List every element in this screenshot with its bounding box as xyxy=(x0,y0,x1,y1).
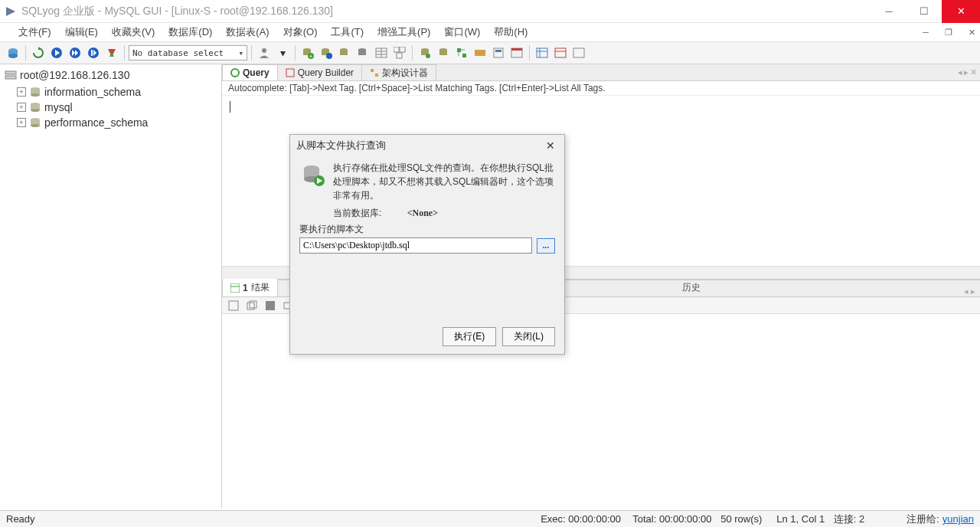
svg-rect-39 xyxy=(462,54,466,57)
browse-button[interactable]: ... xyxy=(537,238,555,254)
database-icon xyxy=(29,102,41,113)
execute-icon[interactable] xyxy=(48,44,65,61)
menu-database[interactable]: 数据库(D) xyxy=(165,24,215,41)
scroll-left-icon[interactable]: ◂ xyxy=(225,270,230,278)
svg-rect-70 xyxy=(229,301,238,310)
ltab-prev-icon[interactable]: ◂ xyxy=(964,286,969,296)
registered-user-link[interactable]: yunjian xyxy=(942,513,974,525)
table-icon[interactable] xyxy=(373,44,390,61)
db-item[interactable]: mysql xyxy=(44,101,73,113)
db-item[interactable]: performance_schema xyxy=(44,116,148,129)
expand-icon[interactable]: + xyxy=(17,87,26,97)
status-exec-time: Exec: 00:00:00:00 xyxy=(541,513,621,525)
db-item[interactable]: information_schema xyxy=(44,86,141,98)
tab-close-icon[interactable]: ✕ xyxy=(970,67,977,77)
menu-favorites[interactable]: 收藏夹(V) xyxy=(109,24,158,41)
svg-rect-66 xyxy=(371,69,374,72)
data-sync-icon[interactable] xyxy=(472,44,488,61)
svg-rect-54 xyxy=(5,76,16,79)
status-total-time: Total: 00:00:00:00 xyxy=(632,513,711,525)
backup-icon[interactable] xyxy=(490,44,507,61)
svg-point-14 xyxy=(262,48,266,53)
connection-root[interactable]: root@192.168.126.130 xyxy=(20,69,129,81)
svg-point-64 xyxy=(231,69,239,77)
result-copy-icon[interactable] xyxy=(245,299,259,313)
svg-rect-37 xyxy=(439,50,447,55)
ltab-next-icon[interactable]: ▸ xyxy=(971,286,975,296)
svg-rect-52 xyxy=(573,48,584,57)
svg-point-60 xyxy=(31,109,40,112)
multi-table-icon[interactable] xyxy=(391,44,408,61)
dialog-title: 从脚本文件执行查询 xyxy=(296,139,386,152)
object-browser[interactable]: root@192.168.126.130 + information_schem… xyxy=(0,64,222,509)
mdi-close-button[interactable]: ✕ xyxy=(965,25,978,39)
expand-icon[interactable]: + xyxy=(17,103,26,112)
refresh-icon[interactable] xyxy=(30,44,47,61)
svg-rect-38 xyxy=(457,48,461,52)
menu-advanced[interactable]: 增强工具(P) xyxy=(374,24,433,41)
grid3-icon[interactable] xyxy=(570,44,587,61)
execute-button[interactable]: 执行(E) xyxy=(443,327,496,346)
menu-window[interactable]: 窗口(W) xyxy=(441,24,483,41)
tab-result-1[interactable]: 1 结果 xyxy=(222,278,278,296)
svg-rect-43 xyxy=(494,48,503,57)
dialog-close-icon[interactable]: ✕ xyxy=(543,139,558,152)
mdi-minimize-button[interactable]: ─ xyxy=(919,25,933,39)
tab-history[interactable]: 历史 xyxy=(676,279,707,296)
close-button[interactable]: ✕ xyxy=(942,0,980,23)
db-compare-icon[interactable] xyxy=(435,44,452,61)
close-dialog-button[interactable]: 关闭(L) xyxy=(502,327,555,346)
user-edit-icon[interactable]: ▾ xyxy=(274,44,291,61)
grid2-icon[interactable] xyxy=(552,44,569,61)
execute-script-dialog: 从脚本文件执行查询 ✕ 执行存储在批处理SQL文件的查询。在你想执行SQL批处理… xyxy=(289,134,565,355)
mdi-restore-button[interactable]: ❐ xyxy=(942,25,956,39)
execute-all-icon[interactable] xyxy=(67,44,83,61)
tab-query[interactable]: Query xyxy=(222,64,278,80)
server-icon xyxy=(5,70,17,80)
svg-rect-71 xyxy=(247,303,254,309)
tab-query-builder[interactable]: Query Builder xyxy=(277,64,362,80)
maximize-button[interactable]: ☐ xyxy=(906,0,942,23)
db-add-icon[interactable]: + xyxy=(299,44,316,61)
new-connection-icon[interactable] xyxy=(5,44,21,61)
current-db-value: <None> xyxy=(407,208,438,218)
db-sync-icon[interactable] xyxy=(416,44,433,61)
result-export-icon[interactable] xyxy=(227,299,240,313)
svg-rect-50 xyxy=(555,48,566,57)
minimize-button[interactable]: ─ xyxy=(871,0,906,23)
database-selector[interactable]: No database select xyxy=(129,45,247,61)
designer-tab-icon xyxy=(370,68,379,77)
user-icon[interactable] xyxy=(256,44,273,61)
tab-prev-icon[interactable]: ◂ xyxy=(958,67,962,77)
svg-rect-47 xyxy=(537,48,547,57)
window-title: SQLyog 企业版 - MySQL GUI - [Linux-S - root… xyxy=(21,5,333,18)
svg-rect-53 xyxy=(5,71,16,74)
svg-point-21 xyxy=(326,53,332,59)
execute-explain-icon[interactable] xyxy=(85,44,102,61)
status-ready: Ready xyxy=(6,513,35,525)
menu-tools[interactable]: 工具(T) xyxy=(328,24,367,41)
menu-edit[interactable]: 编辑(E) xyxy=(62,24,101,41)
script-path-input[interactable] xyxy=(299,237,532,254)
result-save-icon[interactable] xyxy=(263,299,277,313)
svg-rect-31 xyxy=(400,47,405,52)
tab-next-icon[interactable]: ▸ xyxy=(964,67,969,77)
svg-rect-23 xyxy=(340,50,348,55)
schedule-icon[interactable] xyxy=(508,44,525,61)
status-cursor: Ln 1, Col 1 xyxy=(776,513,825,525)
menu-file[interactable]: 文件(F) xyxy=(15,24,54,41)
expand-icon[interactable]: + xyxy=(17,118,26,127)
format-icon[interactable] xyxy=(103,44,120,61)
db-refresh-icon[interactable] xyxy=(318,44,335,61)
db-export-icon[interactable] xyxy=(336,44,353,61)
menu-help[interactable]: 帮助(H) xyxy=(491,24,531,41)
structure-sync-icon[interactable] xyxy=(453,44,470,61)
grid-icon[interactable] xyxy=(534,44,550,61)
current-db-label: 当前数据库: xyxy=(333,208,381,218)
menu-object[interactable]: 对象(O) xyxy=(280,24,321,41)
tab-schema-designer[interactable]: 架构设计器 xyxy=(361,64,436,80)
svg-point-57 xyxy=(31,93,40,97)
db-import-icon[interactable] xyxy=(354,44,371,61)
menu-table[interactable]: 数据表(A) xyxy=(223,24,272,41)
script-run-icon xyxy=(299,161,327,188)
